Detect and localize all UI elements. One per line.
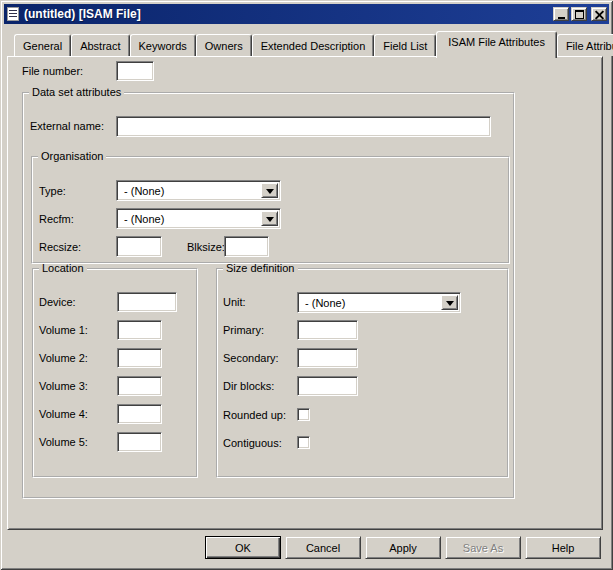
chevron-down-icon bbox=[266, 189, 274, 194]
window-controls bbox=[553, 7, 607, 21]
ok-button[interactable]: OK bbox=[205, 536, 281, 559]
recsize-label: Recsize: bbox=[39, 241, 81, 254]
tab-abstract[interactable]: Abstract bbox=[71, 34, 129, 56]
contiguous-checkbox[interactable] bbox=[297, 436, 310, 449]
tab-label: File Attributes bbox=[566, 40, 613, 52]
external-name-input[interactable] bbox=[116, 116, 491, 137]
volume-1-label: Volume 1: bbox=[39, 324, 88, 337]
tab-label: Owners bbox=[205, 40, 243, 52]
recsize-input[interactable] bbox=[116, 236, 162, 257]
tab-page: File number: Data set attributes Externa… bbox=[7, 56, 603, 530]
save-as-button[interactable]: Save As bbox=[445, 536, 521, 559]
volume-5-label: Volume 5: bbox=[39, 436, 88, 449]
dir-blocks-label: Dir blocks: bbox=[223, 380, 274, 393]
secondary-label: Secondary: bbox=[223, 352, 279, 365]
primary-label: Primary: bbox=[223, 324, 264, 337]
contiguous-label: Contiguous: bbox=[223, 437, 282, 450]
type-label: Type: bbox=[39, 185, 66, 198]
unit-select[interactable]: - (None) bbox=[297, 292, 461, 313]
tab-label: Keywords bbox=[139, 40, 187, 52]
maximize-button[interactable] bbox=[571, 7, 587, 21]
secondary-input[interactable] bbox=[297, 348, 358, 368]
rounded-up-checkbox[interactable] bbox=[297, 408, 310, 421]
tab-label: Abstract bbox=[80, 40, 120, 52]
minimize-icon bbox=[558, 17, 565, 19]
type-select-arrow-button[interactable] bbox=[261, 183, 278, 198]
tab-label: ISAM File Attributes bbox=[448, 36, 545, 48]
volume-4-input[interactable] bbox=[117, 404, 162, 424]
window-title: (untitled) [ISAM File] bbox=[24, 7, 553, 21]
recfm-select-value: - (None) bbox=[124, 213, 260, 226]
volume-3-label: Volume 3: bbox=[39, 380, 88, 393]
external-name-label: External name: bbox=[30, 120, 104, 133]
recfm-select-arrow-button[interactable] bbox=[261, 211, 278, 226]
volume-5-input[interactable] bbox=[117, 432, 162, 452]
rounded-up-label: Rounded up: bbox=[223, 409, 286, 422]
volume-1-input[interactable] bbox=[117, 320, 162, 340]
unit-select-value: - (None) bbox=[305, 297, 440, 310]
tab-owners[interactable]: Owners bbox=[196, 34, 252, 56]
unit-select-arrow-button[interactable] bbox=[441, 295, 458, 310]
organisation-legend: Organisation bbox=[38, 150, 106, 163]
organisation-group: Organisation bbox=[31, 150, 510, 264]
type-select[interactable]: - (None) bbox=[116, 180, 281, 201]
volume-3-input[interactable] bbox=[117, 376, 162, 396]
tab-file-attributes[interactable]: File Attributes bbox=[557, 34, 613, 56]
tab-general[interactable]: General bbox=[14, 34, 71, 56]
unit-label: Unit: bbox=[223, 296, 246, 309]
volume-4-label: Volume 4: bbox=[39, 408, 88, 421]
minimize-button[interactable] bbox=[553, 7, 569, 21]
tab-extended-description[interactable]: Extended Description bbox=[252, 34, 375, 56]
document-icon[interactable] bbox=[7, 7, 19, 21]
primary-input[interactable] bbox=[297, 320, 358, 340]
volume-2-input[interactable] bbox=[117, 348, 162, 368]
chevron-down-icon bbox=[266, 217, 274, 222]
tab-field-list[interactable]: Field List bbox=[374, 34, 436, 56]
data-set-attributes-legend: Data set attributes bbox=[29, 86, 124, 99]
tab-label: Field List bbox=[383, 40, 427, 52]
recfm-label: Recfm: bbox=[39, 213, 74, 226]
size-definition-legend: Size definition bbox=[223, 262, 298, 275]
device-input[interactable] bbox=[117, 292, 177, 312]
tab-bar: General Abstract Keywords Owners Extende… bbox=[14, 28, 613, 56]
apply-button[interactable]: Apply bbox=[365, 536, 441, 559]
file-number-label: File number: bbox=[22, 65, 83, 78]
device-label: Device: bbox=[39, 296, 76, 309]
volume-2-label: Volume 2: bbox=[39, 352, 88, 365]
help-button[interactable]: Help bbox=[525, 536, 601, 559]
blksize-input[interactable] bbox=[224, 236, 269, 257]
dialog-window: (untitled) [ISAM File] General Abstract … bbox=[0, 0, 613, 570]
maximize-icon bbox=[575, 10, 584, 19]
blksize-label: Blksize: bbox=[187, 241, 225, 254]
type-select-value: - (None) bbox=[124, 185, 260, 198]
location-legend: Location bbox=[39, 262, 87, 275]
chevron-down-icon bbox=[446, 301, 454, 306]
file-number-input[interactable] bbox=[116, 61, 154, 81]
tab-label: Extended Description bbox=[261, 40, 366, 52]
cancel-button[interactable]: Cancel bbox=[285, 536, 361, 559]
tab-label: General bbox=[23, 40, 62, 52]
close-button[interactable] bbox=[591, 7, 607, 21]
tab-keywords[interactable]: Keywords bbox=[130, 34, 196, 56]
title-bar[interactable]: (untitled) [ISAM File] bbox=[4, 4, 609, 24]
dir-blocks-input[interactable] bbox=[297, 376, 358, 396]
recfm-select[interactable]: - (None) bbox=[116, 208, 281, 229]
tab-isam-file-attributes[interactable]: ISAM File Attributes bbox=[436, 31, 557, 58]
close-icon bbox=[595, 10, 604, 19]
